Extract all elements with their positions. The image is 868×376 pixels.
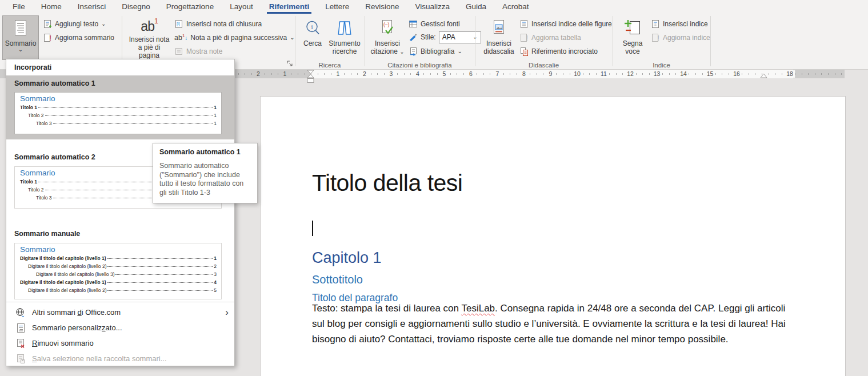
document-title[interactable]: Titolo della tesi [312,170,462,197]
svg-text:!: ! [526,34,528,42]
ribbon-tab-bar: File Home Inserisci Disegno Progettazion… [0,0,868,14]
ruler-number: 16 [731,70,742,78]
menu-item-altri-sommari[interactable]: Altri sommari di Office.com › [6,305,234,320]
ruler-number: 2 [361,70,368,78]
aggiungi-testo-button[interactable]: Aggiungi testo ⌄ [41,18,107,30]
mostra-note-button: Mostra note [173,45,224,58]
inserisci-nota-button[interactable]: ab1 Inserisci nota a piè di pagina [127,15,171,60]
show-notes-icon [174,47,183,56]
chevron-down-icon: ⌄ [101,22,106,26]
sommario-button[interactable]: Sommario ⌄ [2,15,39,60]
ruler-number: 18 [785,70,795,78]
cerca-button[interactable]: i Cerca [298,15,327,60]
menu-item-sommario-personalizzato[interactable]: Sommario personalizzato... [6,320,234,335]
tab-visualizza[interactable]: Visualizza [407,0,458,14]
bibliografia-button[interactable]: Bibliografia ⌄ [407,45,464,58]
remove-toc-icon [15,338,26,349]
ruler-number: 13 [652,70,662,78]
group-separator [295,16,295,66]
body-paragraph[interactable]: Testo: stampa la tesi di laurea con Tesi… [312,301,789,347]
indice-figure-button[interactable]: Inserisci indice delle figure [518,18,614,30]
toc-tooltip: Sommario automatico 1 Sommario automatic… [153,143,258,203]
insert-index-icon [651,19,660,29]
nota-chiusura-button[interactable]: [i] Inserisci nota di chiusura [173,18,263,30]
riferimento-incrociato-button[interactable]: Riferimento incrociato [518,45,599,58]
books-icon [336,18,353,38]
toc-dropdown-panel: Incorporati Sommario automatico 1 Sommar… [6,59,235,366]
inserisci-indice-button[interactable]: Inserisci indice [649,18,710,30]
add-text-icon [43,19,52,29]
ruler-number: 1 [335,70,342,78]
gestisci-fonti-button[interactable]: Gestisci fonti [407,18,462,30]
bibliography-icon [409,47,418,56]
group-separator [365,16,365,66]
update-table-icon: ! [519,33,529,42]
nota-successiva-button[interactable]: ab1↓ Nota a piè di pagina successiva ⌄ [173,31,297,44]
hanging-indent-marker[interactable] [307,74,314,78]
tab-progettazione[interactable]: Progettazione [158,0,222,14]
update-index-icon: ! [651,33,660,42]
dialog-launcher-icon[interactable] [286,60,294,67]
ruler-number: 6 [467,70,474,78]
manage-sources-icon [409,19,418,29]
next-footnote-icon: ab1↓ [174,33,187,42]
custom-toc-icon [15,323,26,333]
left-indent-marker[interactable] [307,78,314,83]
chevron-down-icon: ⌄ [457,49,462,54]
strumento-ricerche-button[interactable]: Strumento ricerche [327,15,362,60]
text-cursor [312,221,313,236]
chevron-down-icon: ⌄ [399,49,404,55]
caption-icon [490,18,508,38]
tab-disegno[interactable]: Disegno [114,0,158,14]
cross-reference-icon [519,47,529,56]
gallery-item-sommario-automatico-1[interactable]: Sommario automatico 1 Sommario Titolo 11… [6,75,234,139]
ruler-number: 1 [282,70,289,78]
group-label-didascalie: Didascalie [475,62,613,69]
footnote-ab1-icon: ab1 [141,18,157,34]
tab-lettere[interactable]: Lettere [317,0,357,14]
tab-home[interactable]: Home [33,0,70,14]
group-separator [475,16,475,66]
tab-acrobat[interactable]: Acrobat [494,0,537,14]
tab-revisione[interactable]: Revisione [357,0,407,14]
refresh-toc-icon: ! [43,33,52,42]
gallery-item-sommario-manuale[interactable]: Sommario manuale Sommario Digitare il ti… [6,225,234,299]
chevron-down-icon: ⌄ [18,47,23,52]
svg-text:i: i [311,23,313,30]
tab-guida[interactable]: Guida [458,0,494,14]
svg-text:!: ! [657,34,659,42]
heading-sottotitolo[interactable]: Sottotitolo [312,273,363,286]
document-page[interactable]: Titolo della tesi Capitolo 1 Sottotitolo… [260,96,846,376]
ruler-number: 7 [494,70,501,78]
misspelled-word[interactable]: TesiLab [461,303,495,314]
heading-capitolo[interactable]: Capitolo 1 [312,249,382,267]
submenu-arrow-icon: › [225,307,229,318]
tab-layout[interactable]: Layout [222,0,261,14]
toc-preview: Sommario Titolo 11 Titolo 21 Titolo 31 [14,92,222,134]
menu-item-rimuovi-sommario[interactable]: Rimuovi sommario [6,335,234,351]
globe-icon [15,307,26,318]
gallery-section-header: Incorporati [14,63,51,71]
style-brush-icon [409,33,418,42]
segna-voce-button[interactable]: Segna voce [617,15,648,60]
right-indent-marker[interactable] [760,73,767,78]
svg-text:!: ! [49,34,51,42]
figures-index-icon [519,19,529,29]
group-separator [710,16,711,66]
ruler-number: 3 [388,70,395,78]
search-icon: i [305,18,321,38]
ruler-number: 10 [572,70,582,78]
tab-riferimenti[interactable]: Riferimenti [261,0,318,14]
tab-file[interactable]: File [5,0,33,14]
group-label-ricerca: Ricerca [295,62,365,69]
menu-divider [6,302,234,302]
ruler-number: 11 [599,70,609,78]
aggiorna-indice-button: ! Aggiorna indice [649,31,712,44]
inserisci-didascalia-button[interactable]: Inserisci didascalia [480,15,518,60]
aggiorna-tabella-button: ! Aggiorna tabella [518,31,583,44]
toc-preview: Sommario Digitare il titolo del capitolo… [14,243,222,299]
inserisci-citazione-button[interactable]: (–) Inserisci citazione ⌄ [369,15,406,60]
tab-inserisci[interactable]: Inserisci [70,0,114,14]
group-label-citazioni: Citazioni e bibliografia [365,62,475,69]
aggiorna-sommario-button[interactable]: ! Aggiorna sommario [41,31,116,44]
